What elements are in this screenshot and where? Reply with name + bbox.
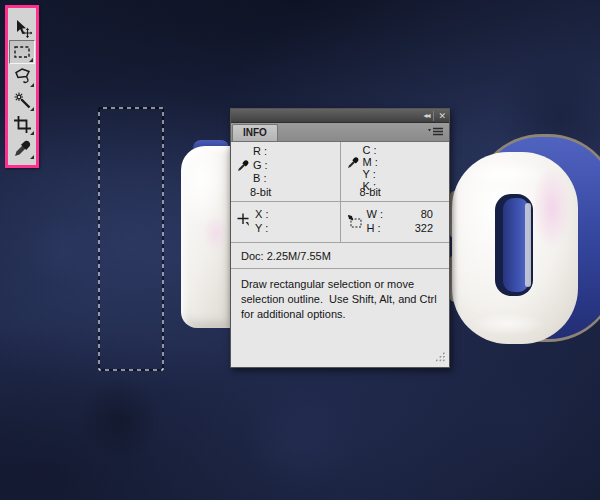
- letter-fragment-face: [181, 146, 232, 328]
- w-label: W :: [367, 207, 384, 221]
- panel-resize-grip[interactable]: [433, 352, 446, 364]
- rgb-depth: 8-bit: [250, 186, 271, 198]
- rgb-readout: R : G : B : 8-bit: [231, 142, 340, 201]
- tool-hint-section: Draw rectangular selection or move selec…: [231, 269, 449, 367]
- wh-readout: W : 80 H : 322: [340, 202, 450, 242]
- toolbox: [5, 5, 39, 168]
- marquee-selection-outline: [98, 107, 164, 371]
- selection-size-icon: [347, 214, 362, 229]
- cmyk-depth: 8-bit: [360, 186, 381, 198]
- rgb-label: G :: [253, 159, 340, 173]
- move-tool-icon: [13, 19, 32, 38]
- panel-menu-icon[interactable]: [428, 127, 444, 137]
- cmyk-label: Y :: [363, 168, 450, 180]
- doc-size-section: Doc: 2.25M/7.55M: [231, 243, 449, 269]
- crop-tool-icon: [13, 115, 32, 134]
- doc-size-text: Doc: 2.25M/7.55M: [241, 250, 331, 262]
- wh-values: W : 80 H : 322: [367, 207, 450, 235]
- flyout-indicator: [29, 58, 33, 62]
- w-value: 80: [383, 207, 449, 221]
- eyedropper-readout-icon[interactable]: [347, 156, 360, 169]
- h-value: 322: [381, 221, 449, 235]
- magic-wand-tool-icon: [13, 91, 32, 110]
- cmyk-readout: C : M : Y : K : 8-bit: [340, 142, 450, 201]
- eyedropper-readout-icon[interactable]: [237, 159, 250, 172]
- polygonal-lasso-tool-button[interactable]: [9, 64, 35, 88]
- magic-wand-tool-button[interactable]: [9, 88, 35, 112]
- eyedropper-tool-icon: [13, 139, 32, 158]
- cmyk-label: C :: [363, 144, 450, 156]
- xy-labels: X : Y :: [255, 207, 340, 235]
- panel-titlebar[interactable]: ◂◂ ✕: [231, 109, 449, 123]
- tool-hint-text: Draw rectangular selection or move selec…: [241, 277, 443, 322]
- info-panel: ◂◂ ✕ INFO R : G : B : 8-bi: [230, 108, 450, 368]
- cmyk-labels: C : M : Y : K :: [363, 144, 450, 192]
- move-tool-button[interactable]: [9, 16, 35, 40]
- flyout-indicator: [30, 83, 34, 87]
- rgb-label: R :: [253, 145, 340, 159]
- crosshair-icon: [237, 213, 251, 228]
- rectangular-marquee-tool-button[interactable]: [9, 40, 35, 64]
- cmyk-label: M :: [363, 156, 450, 168]
- h-label: H :: [367, 221, 381, 235]
- rgb-labels: R : G : B :: [253, 145, 340, 186]
- close-panel-button[interactable]: ✕: [438, 109, 446, 123]
- collapse-to-icons-button[interactable]: ◂◂: [423, 109, 429, 123]
- panel-tab-bar: INFO: [231, 123, 449, 142]
- flyout-indicator: [30, 107, 34, 111]
- toolbox-grip[interactable]: [10, 9, 34, 16]
- x-label: X :: [255, 207, 340, 221]
- flyout-indicator: [30, 131, 34, 135]
- color-readout-section: R : G : B : 8-bit C : M : Y : K : 8-bit: [231, 142, 449, 202]
- flyout-indicator: [30, 155, 34, 159]
- coords-section: X : Y : W : 80 H : 322: [231, 202, 449, 243]
- xy-readout: X : Y :: [231, 202, 340, 242]
- letter-d-3d: [448, 128, 600, 353]
- y-label: Y :: [255, 221, 340, 235]
- eyedropper-tool-button[interactable]: [9, 136, 35, 160]
- tab-info[interactable]: INFO: [232, 124, 278, 141]
- crop-tool-button[interactable]: [9, 112, 35, 136]
- panel-body: R : G : B : 8-bit C : M : Y : K : 8-bit: [231, 142, 449, 367]
- rgb-label: B :: [253, 172, 340, 186]
- titlebar-divider: [433, 111, 434, 121]
- polygonal-lasso-tool-icon: [13, 67, 32, 86]
